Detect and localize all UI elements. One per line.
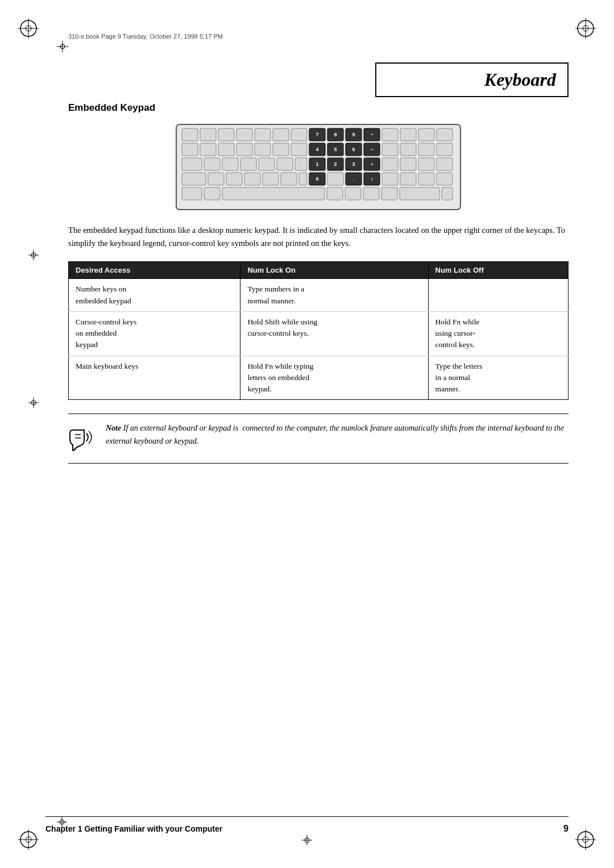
file-info: 310-e.book Page 9 Tuesday, October 27, 1… — [68, 33, 223, 40]
svg-rect-87 — [182, 187, 202, 200]
svg-text:4: 4 — [316, 147, 318, 152]
svg-rect-65 — [382, 158, 398, 170]
table-cell-desired-1: Number keys onembedded keypad — [69, 279, 240, 312]
svg-rect-88 — [204, 187, 220, 200]
svg-rect-78 — [327, 173, 343, 185]
svg-rect-18 — [291, 128, 307, 141]
svg-rect-33 — [218, 143, 234, 156]
table-row: Number keys onembedded keypad Type numbe… — [69, 279, 569, 312]
svg-text:+: + — [371, 162, 374, 167]
note-body: If an external keyboard or keypad is con… — [106, 424, 564, 445]
note-icon — [68, 424, 97, 455]
table-cell-numon-2: Hold Shift while usingcursor-control key… — [240, 311, 428, 356]
svg-text:–: – — [370, 147, 373, 152]
svg-rect-89 — [222, 187, 325, 200]
svg-rect-29 — [418, 128, 434, 141]
svg-rect-92 — [363, 187, 379, 200]
margin-crosshair-left-1 — [28, 250, 39, 262]
svg-rect-56 — [295, 158, 307, 170]
crosshair-bottom-inner-left — [57, 817, 67, 829]
svg-rect-48 — [418, 143, 434, 156]
svg-text:2: 2 — [334, 161, 337, 167]
body-text: The embedded keypad functions like a des… — [68, 224, 569, 250]
svg-text:5: 5 — [334, 147, 337, 152]
table-cell-numoff-2: Hold Fn whileusing cursor-control keys. — [428, 311, 569, 356]
svg-rect-66 — [400, 158, 416, 170]
svg-text:9: 9 — [352, 132, 355, 137]
svg-text:0: 0 — [316, 176, 318, 182]
svg-rect-75 — [299, 173, 307, 185]
table-header-desired: Desired Access — [69, 262, 240, 279]
svg-rect-74 — [281, 173, 297, 185]
svg-rect-50 — [182, 158, 202, 170]
svg-text:.: . — [353, 177, 354, 182]
page-container: 310-e.book Page 9 Tuesday, October 27, 1… — [0, 0, 614, 868]
content-area: Embedded Keypad — [68, 102, 569, 481]
note-label: Note — [106, 424, 121, 432]
table-cell-numoff-1 — [428, 279, 569, 312]
note-box: Note If an external keyboard or keypad i… — [68, 414, 569, 464]
svg-rect-90 — [327, 187, 343, 200]
svg-text:6: 6 — [352, 147, 355, 152]
svg-rect-83 — [382, 173, 398, 185]
svg-rect-54 — [259, 158, 275, 170]
svg-rect-28 — [400, 128, 416, 141]
svg-rect-55 — [277, 158, 293, 170]
svg-rect-14 — [218, 128, 234, 141]
svg-text:3: 3 — [352, 161, 355, 167]
svg-rect-68 — [437, 158, 453, 170]
corner-decoration-tl — [17, 17, 40, 40]
svg-rect-52 — [222, 158, 238, 170]
table-cell-numon-1: Type numbers in anormal manner. — [240, 279, 428, 312]
svg-rect-69 — [182, 173, 206, 185]
svg-rect-34 — [237, 143, 252, 156]
keyboard-illustration: 7 8 9 * — [68, 122, 569, 212]
svg-rect-27 — [382, 128, 398, 141]
footer: Chapter 1 Getting Familiar with your Com… — [45, 816, 569, 834]
svg-rect-53 — [240, 158, 256, 170]
footer-page-number: 9 — [563, 824, 569, 834]
svg-rect-16 — [255, 128, 271, 141]
table-header-num-on: Num Lock On — [240, 262, 428, 279]
svg-rect-12 — [182, 128, 198, 141]
svg-rect-47 — [400, 143, 416, 156]
svg-rect-85 — [418, 173, 434, 185]
svg-rect-86 — [437, 173, 453, 185]
corner-decoration-bl — [17, 828, 40, 851]
svg-rect-17 — [273, 128, 289, 141]
crosshair-bottom-center — [302, 835, 312, 848]
crosshair-top-inner — [57, 41, 68, 55]
svg-text:1: 1 — [316, 161, 318, 167]
svg-rect-73 — [263, 173, 279, 185]
note-text: Note If an external keyboard or keypad i… — [106, 422, 569, 448]
svg-rect-51 — [204, 158, 220, 170]
footer-chapter-text: Chapter 1 Getting Familiar with your Com… — [45, 824, 222, 833]
margin-crosshair-left-2 — [28, 398, 39, 410]
svg-rect-72 — [244, 173, 260, 185]
svg-rect-46 — [382, 143, 398, 156]
info-table: Desired Access Num Lock On Num Lock Off … — [68, 261, 569, 400]
svg-rect-35 — [255, 143, 271, 156]
table-row: Cursor-control keyson embeddedkeypad Hol… — [69, 311, 569, 356]
svg-rect-37 — [291, 143, 307, 156]
corner-decoration-br — [574, 828, 597, 851]
table-cell-numon-3: Hold Fn while typingletters on embeddedk… — [240, 356, 428, 400]
svg-rect-13 — [200, 128, 216, 141]
svg-rect-70 — [208, 173, 224, 185]
svg-text:7: 7 — [316, 132, 318, 137]
svg-rect-67 — [418, 158, 434, 170]
svg-rect-95 — [442, 187, 453, 200]
svg-rect-15 — [237, 128, 252, 141]
svg-rect-31 — [182, 143, 198, 156]
svg-rect-32 — [200, 143, 216, 156]
svg-rect-84 — [400, 173, 416, 185]
corner-decoration-tr — [574, 17, 597, 40]
table-row: Main keyboard keys Hold Fn while typingl… — [69, 356, 569, 400]
svg-rect-71 — [226, 173, 242, 185]
svg-rect-49 — [437, 143, 453, 156]
svg-rect-91 — [345, 187, 361, 200]
table-header-num-off: Num Lock Off — [428, 262, 569, 279]
title-box: Keyboard — [375, 62, 569, 97]
svg-text:8: 8 — [334, 132, 337, 137]
svg-rect-30 — [437, 128, 453, 141]
